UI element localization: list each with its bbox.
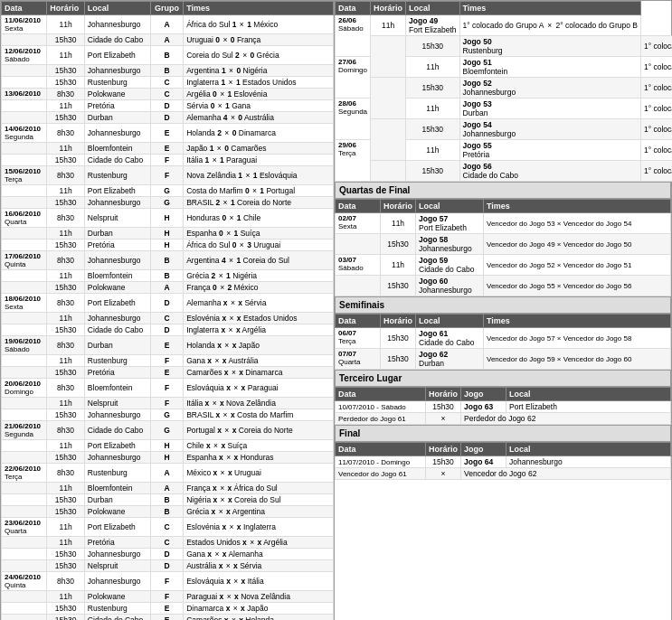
- match-teams: França x × x África do Sul: [184, 483, 334, 494]
- f-vs: ×: [426, 468, 461, 480]
- match-city: Pretória: [84, 367, 150, 379]
- match-time: 15h30: [47, 506, 85, 518]
- match-time: 11h: [47, 537, 85, 549]
- r16-teams: 1° colocado do Grupo G × 2° colocado do …: [640, 119, 672, 140]
- r16-teams: 1° colocado do Grupo B × 2° colocado do …: [640, 78, 672, 99]
- table-row: Perdedor do Jogo 61 × Perdedor do Jogo 6…: [336, 413, 671, 425]
- match-date: 22/06/2010Terça: [2, 464, 47, 483]
- match-teams: Camarões x × x Holanda: [184, 615, 334, 621]
- match-group: D: [150, 112, 183, 124]
- match-city: Johannesburgo: [84, 452, 150, 464]
- match-city: Port Elizabeth: [84, 185, 150, 197]
- match-date: [2, 494, 47, 506]
- table-row: 07/07Quarta 15h30 Jogo 62Durban Vencedor…: [336, 349, 671, 370]
- table-row: 11h Pretória C Estados Unidos x × x Argé…: [2, 537, 334, 549]
- match-city: Nelspruit: [84, 209, 150, 228]
- match-city: Bloemfontein: [84, 143, 150, 155]
- q-jogo-city: Jogo 57Port Elizabeth: [416, 213, 484, 234]
- match-date: [2, 270, 47, 282]
- r16-date: [371, 78, 406, 119]
- match-city: Rustenburg: [84, 166, 150, 185]
- group-stage-table: Data Horário Local Grupo Times 11/06/201…: [1, 1, 334, 620]
- match-time: 11h: [47, 46, 85, 65]
- table-row: 15h30 Nelspruit D Austrália x × x Sérvia: [2, 560, 334, 572]
- match-city: Nelspruit: [84, 560, 150, 572]
- match-date: [2, 537, 47, 549]
- table-row: 15h30 Pretória H África do Sul 0 × 3 Uru…: [2, 240, 334, 251]
- f-date: 11/07/2010 - Domingo: [336, 456, 426, 468]
- match-teams: BRASIL x × x Costa do Marfim: [184, 409, 334, 421]
- q-time: 15h30: [381, 234, 416, 255]
- r16-col-horario: Horário: [371, 2, 406, 15]
- match-group: H: [150, 440, 183, 452]
- table-row: 11h Rustenburg F Gana x × x Austrália: [2, 355, 334, 367]
- table-row: 15h30 Jogo 60Johannesburgo Vencedor do J…: [336, 276, 671, 296]
- match-date: [2, 355, 47, 367]
- match-teams: África do Sul 1 × 1 México: [184, 15, 334, 34]
- match-group: D: [150, 560, 183, 572]
- t-desc2: Perdedor do Jogo 62: [461, 413, 671, 425]
- match-teams: Nova Zelândia 1 × 1 Eslováquia: [184, 166, 334, 185]
- left-panel: Data Horário Local Grupo Times 11/06/201…: [0, 0, 335, 620]
- table-row: 15h30 Johannesburgo G BRASIL 2 × 1 Corei…: [2, 197, 334, 209]
- r16-teams: 1° colocado do Grupo H × 2° colocado do …: [640, 161, 672, 182]
- match-city: Durban: [84, 228, 150, 240]
- table-row: 15h30 Johannesburgo B Argentina 1 × 0 Ni…: [2, 65, 334, 77]
- t-jogo: Jogo 63: [461, 401, 506, 413]
- right-panel: Data Horário Local Times 26/06Sábado 11h…: [335, 0, 672, 620]
- s-time: 15h30: [381, 328, 416, 349]
- match-city: Johannesburgo: [84, 549, 150, 560]
- match-teams: Estados Unidos x × x Argélia: [184, 537, 334, 549]
- table-row: 11h Durban H Espanha 0 × 1 Suíça: [2, 228, 334, 240]
- match-time: 15h30: [47, 324, 85, 336]
- table-row: 03/07Sábado 11h Jogo 59Cidade do Cabo Ve…: [336, 255, 671, 276]
- match-city: Cidade do Cabo: [84, 421, 150, 440]
- s-teams: Vencedor do Jogo 57 × Vencedor do Jogo 5…: [484, 328, 671, 349]
- table-row: 17/06/2010Quinta 8h30 Johannesburgo B Ar…: [2, 251, 334, 270]
- match-city: Johannesburgo: [84, 409, 150, 421]
- r16-time: 15h30: [406, 78, 459, 99]
- table-row: 15h30 Jogo 54Johannesburgo 1° colocado d…: [336, 119, 673, 140]
- match-city: Port Elizabeth: [84, 46, 150, 65]
- s-col-horario: Horário: [381, 315, 416, 328]
- match-city: Rustenburg: [84, 77, 150, 89]
- r16-date: 28/06Segunda: [336, 99, 371, 140]
- match-city: Cidade do Cabo: [84, 324, 150, 336]
- q-date: 03/07Sábado: [336, 255, 381, 276]
- table-row: 06/07Terça 15h30 Jogo 61Cidade do Cabo V…: [336, 328, 671, 349]
- match-time: 8h30: [47, 336, 85, 355]
- match-group: H: [150, 452, 183, 464]
- quartas-title: Quartas de Final: [335, 182, 671, 199]
- table-row: 11h Pretória D Sérvia 0 × 1 Gana: [2, 100, 334, 112]
- match-city: Rustenburg: [84, 355, 150, 367]
- match-date: [2, 228, 47, 240]
- match-time: 15h30: [47, 560, 85, 572]
- table-row: 21/06/2010Segunda 8h30 Cidade do Cabo G …: [2, 421, 334, 440]
- r16-time: 11h: [406, 99, 459, 119]
- table-row: 15h30 Johannesburgo G BRASIL x × x Costa…: [2, 409, 334, 421]
- match-teams: Argentina 1 × 0 Nigéria: [184, 65, 334, 77]
- match-city: Durban: [84, 336, 150, 355]
- match-time: 8h30: [47, 379, 85, 398]
- table-row: 11h Bloemfontein B Grécia 2 × 1 Nigéria: [2, 270, 334, 282]
- match-group: F: [150, 572, 183, 591]
- match-teams: México x × x Uruguai: [184, 464, 334, 483]
- table-row: 11h Port Elizabeth H Chile x × x Suíça: [2, 440, 334, 452]
- match-city: Port Elizabeth: [84, 518, 150, 537]
- match-teams: Uruguai 0 × 0 França: [184, 34, 334, 46]
- match-city: Polokwane: [84, 282, 150, 294]
- q-date: 02/07Sexta: [336, 213, 381, 234]
- f-col-data: Data: [336, 443, 426, 456]
- table-row: 22/06/2010Terça 8h30 Rustenburg A México…: [2, 464, 334, 483]
- match-date: 18/06/2010Sexta: [2, 294, 47, 313]
- match-group: G: [150, 185, 183, 197]
- r16-time: 11h: [371, 15, 406, 36]
- match-date: 15/06/2010Terça: [2, 166, 47, 185]
- table-row: 15h30 Durban D Alemanha 4 × 0 Austrália: [2, 112, 334, 124]
- match-group: H: [150, 209, 183, 228]
- table-row: 15h30 Jogo 58Johannesburgo Vencedor do J…: [336, 234, 671, 255]
- match-group: A: [150, 464, 183, 483]
- match-date: 19/06/2010Sábado: [2, 336, 47, 355]
- match-teams: Portugal x × x Coreia do Norte: [184, 421, 334, 440]
- match-city: Johannesburgo: [84, 197, 150, 209]
